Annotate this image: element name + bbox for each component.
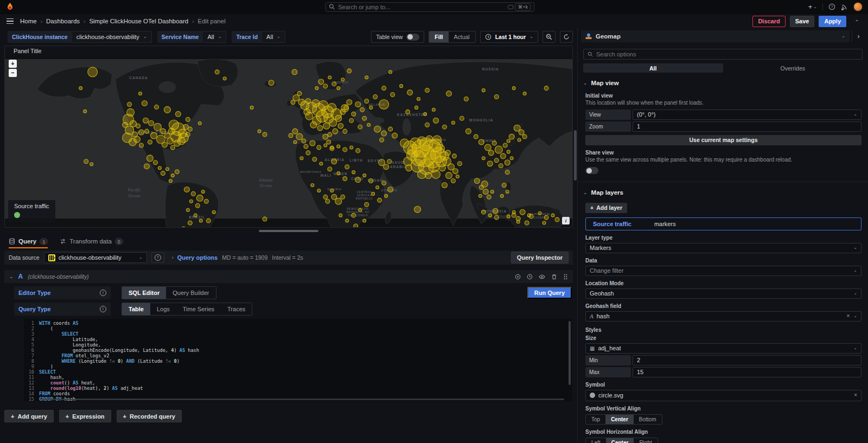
query-history-icon[interactable] — [527, 274, 533, 280]
add-new-button[interactable]: +⌄ — [808, 3, 817, 11]
clear-value-icon[interactable]: × — [846, 313, 850, 319]
drag-handle-icon[interactable] — [563, 274, 568, 280]
tab-transform-data[interactable]: Transform data 0 — [60, 234, 123, 248]
geomap-canvas[interactable]: RUSSIACANADAUNITED STATESKAZAKHSTANMONGO… — [5, 56, 572, 227]
query-type-logs[interactable]: Logs — [150, 303, 176, 315]
datasource-select[interactable]: clickhouse-observability ⌄ — [44, 252, 147, 263]
refresh-icon — [563, 34, 570, 40]
collapse-up-button[interactable]: ⌄ — [851, 16, 863, 27]
editor-vertical-scrollbar[interactable] — [569, 321, 571, 385]
svg-text:NIGERIA: NIGERIA — [328, 188, 342, 191]
refresh-button[interactable] — [560, 31, 573, 43]
panel-title[interactable]: Panel Title — [5, 46, 572, 56]
max-input[interactable] — [637, 369, 857, 375]
menu-hamburger-icon[interactable] — [5, 17, 15, 25]
size-field-select[interactable]: ▦ adj_heat ⌄ — [585, 343, 861, 354]
tab-overrides[interactable]: Overrides — [723, 63, 863, 73]
layer-type-select[interactable]: Markers⌄ — [585, 243, 861, 253]
view-select[interactable]: (0°, 0°)⌄ — [633, 110, 861, 120]
collapse-query-icon[interactable]: ⌄ — [9, 274, 14, 279]
halign-left[interactable]: Left — [586, 438, 606, 443]
main-scrollbar-thumb[interactable] — [574, 130, 577, 181]
query-type-timeseries[interactable]: Time Series — [176, 303, 221, 315]
editor-horizontal-scrollbar[interactable] — [40, 399, 564, 400]
delete-query-trash-icon[interactable] — [551, 274, 557, 280]
symbol-valign-segment: Top Center Bottom — [585, 414, 662, 425]
svg-text:KAZAKHSTAN: KAZAKHSTAN — [397, 113, 427, 117]
map-zoom-out-button[interactable]: − — [9, 69, 17, 77]
variable-value-dropdown[interactable]: All⌄ — [203, 31, 226, 43]
breadcrumb-dashboard-name[interactable]: Simple ClickHouse OTel Dashboard — [89, 18, 188, 24]
actual-option[interactable]: Actual — [449, 31, 475, 42]
map-zoom-in-button[interactable]: + — [9, 60, 17, 68]
use-current-map-settings-button[interactable]: Use current map settings — [585, 135, 861, 145]
tab-all[interactable]: All — [583, 63, 723, 73]
min-input[interactable] — [637, 357, 857, 363]
tab-query[interactable]: Query 1 — [9, 234, 48, 248]
section-map-layers[interactable]: ⌄ Map layers — [578, 182, 868, 198]
variable-value-dropdown[interactable]: All⌄ — [262, 31, 285, 43]
query-type-table[interactable]: Table — [122, 303, 150, 315]
geohash-field-select[interactable]: A hash ×⌄ — [585, 311, 861, 322]
svg-text:Atlantic: Atlantic — [258, 177, 273, 183]
apply-button[interactable]: Apply — [819, 16, 846, 27]
table-view-toggle[interactable]: Table view — [371, 31, 424, 43]
help-icon[interactable]: ? — [828, 3, 835, 10]
valign-top[interactable]: Top — [586, 415, 605, 424]
data-filter-select[interactable]: Change filter⌄ — [585, 266, 861, 276]
zoom-out-time-button[interactable] — [542, 31, 556, 43]
search-input[interactable] — [338, 4, 505, 10]
location-mode-select[interactable]: Geohash⌄ — [585, 288, 861, 299]
options-search[interactable] — [583, 49, 863, 60]
share-view-toggle[interactable] — [585, 167, 598, 174]
add-layer-button[interactable]: +Add layer — [585, 203, 627, 213]
symbol-select[interactable]: circle.svg × — [585, 390, 861, 401]
query-header[interactable]: ⌄ A (clickhouse-observability) — [4, 270, 573, 283]
share-view-desc: Use the same view across multiple panels… — [585, 157, 808, 164]
valign-center[interactable]: Center — [605, 415, 634, 424]
layer-item-source-traffic[interactable]: Source traffic markers — [585, 217, 861, 230]
query-inspector-button[interactable]: Query Inspector — [511, 252, 569, 264]
save-button[interactable]: Save — [790, 16, 815, 27]
resize-handle[interactable] — [259, 230, 318, 232]
query-options-expander[interactable]: ›Query options — [172, 254, 218, 261]
discard-button[interactable]: Discard — [752, 16, 785, 27]
run-query-button[interactable]: Run Query — [527, 287, 572, 299]
time-range-picker[interactable]: Last 1 hour⌄ — [480, 31, 538, 43]
halign-right[interactable]: Right — [634, 438, 657, 443]
clear-symbol-icon[interactable]: × — [854, 393, 857, 398]
toggle-switch[interactable] — [406, 34, 419, 41]
sql-editor-option[interactable]: SQL Editor — [122, 287, 166, 299]
map-attribution-button[interactable]: i — [562, 217, 570, 224]
user-avatar[interactable] — [853, 2, 863, 11]
news-rss-icon[interactable] — [841, 3, 848, 10]
collapse-options-button[interactable]: › — [852, 30, 865, 42]
breadcrumb-dashboards[interactable]: Dashboards — [46, 18, 80, 24]
variable-value-dropdown[interactable]: clickhouse-observability⌄ — [72, 31, 152, 43]
add-query-button[interactable]: +Add query — [4, 410, 54, 422]
zoom-input[interactable] — [637, 123, 857, 130]
grafana-logo-icon[interactable] — [5, 2, 15, 11]
options-search-input[interactable] — [596, 51, 858, 57]
max-input-wrap — [633, 367, 861, 377]
breadcrumb-home[interactable]: Home — [20, 18, 37, 24]
halign-center[interactable]: Center — [606, 438, 634, 443]
symbol-halign-segment: Left Center Right — [585, 438, 658, 443]
datasource-help-button[interactable]: ? — [151, 252, 164, 263]
layer-name[interactable]: Source traffic — [593, 221, 631, 227]
section-map-view[interactable]: ⌄ Map view — [578, 73, 868, 88]
fill-option[interactable]: Fill — [429, 31, 448, 42]
visualization-picker[interactable]: Geomap ⌄ — [581, 30, 850, 42]
symbol-label: Symbol — [585, 382, 861, 388]
hide-query-eye-icon[interactable] — [539, 274, 545, 280]
global-search[interactable]: ⌘+k — [325, 2, 534, 12]
view-row: View (0°, 0°)⌄ — [585, 110, 861, 120]
recorded-query-button[interactable]: +Recorded query — [117, 410, 182, 422]
duplicate-query-icon[interactable] — [515, 274, 521, 280]
add-expression-button[interactable]: +Expression — [59, 410, 111, 422]
geohash-field-label: Geohash field — [585, 303, 861, 309]
query-type-traces[interactable]: Traces — [221, 303, 252, 315]
query-builder-option[interactable]: Query Builder — [166, 287, 215, 299]
sql-code-editor[interactable]: 1WITH coords AS2 (3 SELECT4 Latitude,5 L… — [24, 319, 572, 401]
valign-bottom[interactable]: Bottom — [634, 415, 662, 424]
